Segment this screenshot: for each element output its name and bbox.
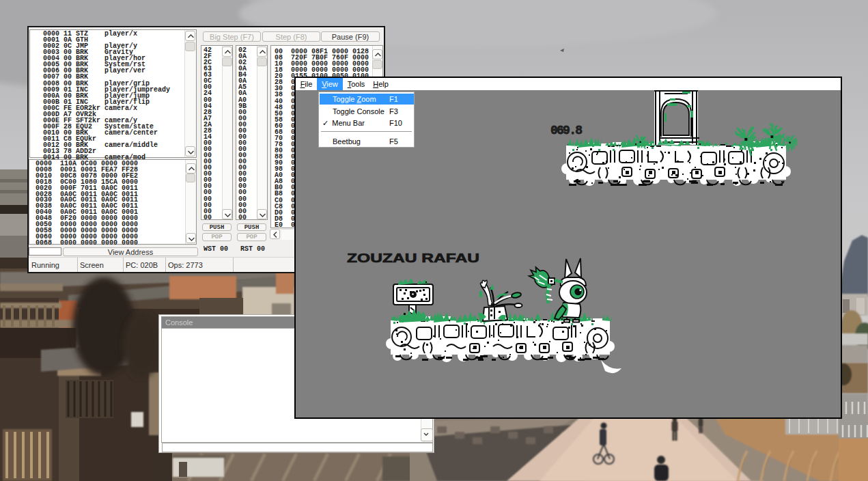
svg-text:069.8: 069.8 (550, 124, 583, 137)
svg-text:ZOUZAU RAFAU: ZOUZAU RAFAU (347, 251, 479, 265)
